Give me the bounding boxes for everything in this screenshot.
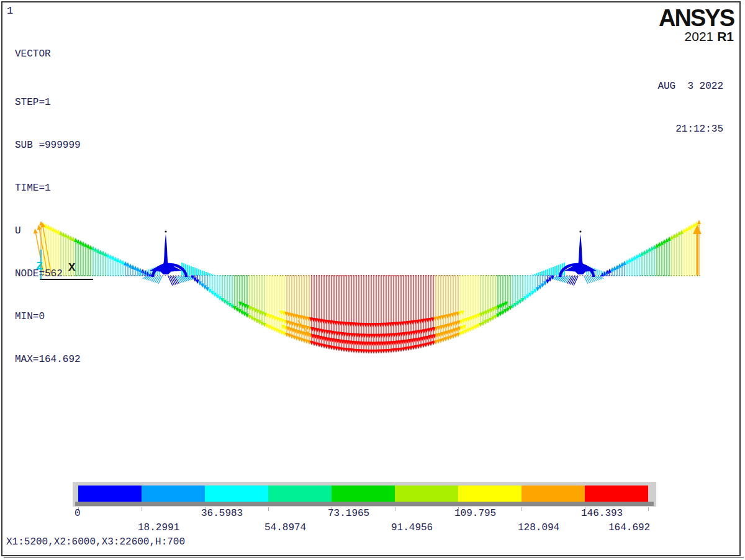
legend-tick [522,507,522,511]
vector-glyph [155,276,158,282]
legend-segment [142,485,205,502]
vector-glyph [586,276,590,283]
annotation-sub: SUB =999999 [15,138,81,153]
vector-glyph [593,276,597,281]
legend-value-label: 54.8974 [264,522,306,533]
legend-segment [332,485,395,502]
legend-color-bar [78,485,648,502]
result-annotation-block: VECTOR STEP=1 SUB =999999 TIME=1 U NODE=… [15,19,81,381]
plot-window-number: 1 [7,5,13,17]
legend-value-label: 128.094 [518,522,559,533]
vector-glyph [151,276,155,281]
time-stamp: 21:12:35 [657,122,723,137]
vector-glyph [153,276,157,282]
annotation-quantity: U [15,224,81,238]
legend-value-label: 36.5983 [201,508,243,519]
legend-segment [522,485,585,502]
vector-glyph [150,276,153,281]
legend-value-label: 164.692 [608,522,650,533]
vector-glyph [582,263,597,272]
ansys-release-rev: R1 [717,29,734,43]
annotation-node: NODE=562 [15,267,81,281]
legend-value-label: 91.4956 [391,522,433,533]
graphics-viewport[interactable]: ZX [0,0,745,560]
legend-value-label: 146.393 [581,508,623,519]
annotation-min: MIN=0 [15,310,81,324]
ansys-logo: ANSYS 2021 R1 [659,6,734,43]
legend-segment [268,485,332,502]
vector-glyph [697,220,701,224]
legend-tick [648,507,649,511]
legend-segment [395,485,458,502]
ansys-logo-text: ANSYS [659,6,734,30]
legend-tick [395,507,395,511]
vector-glyph [584,276,588,284]
geometry-caption: X1:5200,X2:6000,X3:22600,H:700 [6,536,185,548]
legend-tick [142,507,142,511]
vector-glyph [150,263,164,272]
annotation-time: TIME=1 [15,181,81,196]
legend-tick [268,507,269,511]
datetime-stamp: AUG 3 2022 21:12:35 [657,51,723,151]
legend-value-label: 0 [74,508,81,519]
vector-glyph [158,276,162,284]
pylon-spike-dot [165,230,166,232]
annotation-max: MAX=164.692 [15,353,81,367]
legend-frame-shadow [75,502,654,506]
pylon-spike-dot [579,230,581,232]
vector-glyph [589,276,593,282]
vector-glyph [591,276,595,281]
date-stamp: AUG 3 2022 [657,79,723,94]
ansys-release-year: 2021 [685,29,714,43]
vector-glyph [595,276,598,281]
legend-segment [458,485,522,502]
vector-glyph [156,276,160,283]
annotation-step: STEP=1 [15,96,81,110]
ansys-graphics-window: { "window": {"border_color": "#3a3a3a", … [0,0,745,560]
legend-value-label: 18.2991 [138,522,179,533]
vector-glyph [588,276,592,282]
ansys-release: 2021 R1 [659,30,734,43]
legend-value-label: 109.795 [454,508,496,519]
legend-segment [78,485,142,502]
annotation-vector: VECTOR [15,47,81,61]
legend-segment [585,485,648,502]
vector-glyph [148,276,151,281]
legend-segment [205,485,268,502]
legend-value-label: 73.1965 [328,508,369,519]
